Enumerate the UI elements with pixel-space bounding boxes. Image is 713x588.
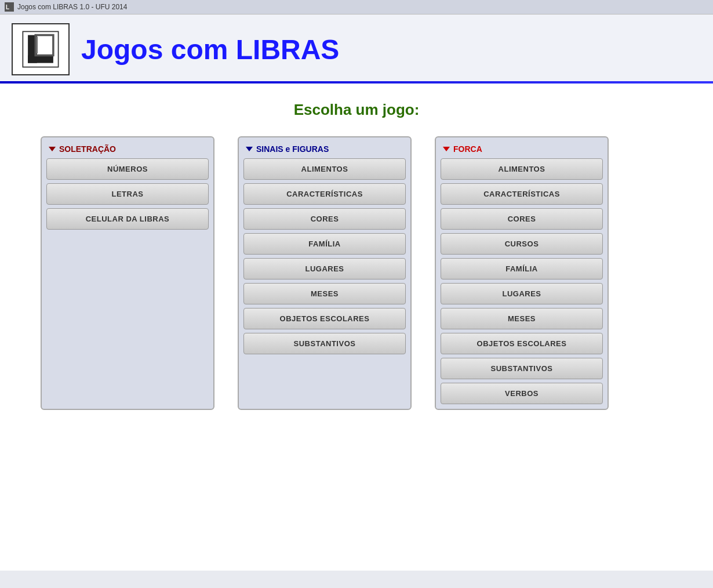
btn-soletração-numeros[interactable]: NÚMEROS: [46, 158, 209, 180]
group-sinais: SINAIS e FIGURAS ALIMENTOS CARACTERÍSTIC…: [238, 136, 412, 410]
btn-forca-verbos[interactable]: VERBOS: [441, 383, 603, 404]
btn-sinais-caracteristicas[interactable]: CARACTERÍSTICAS: [243, 183, 406, 205]
group-header-sinais: SINAIS e FIGURAS: [243, 142, 406, 158]
group-label-soletração: SOLETRAÇÃO: [59, 144, 116, 154]
btn-sinais-alimentos[interactable]: ALIMENTOS: [243, 158, 406, 180]
main-content: Escolha um jogo: SOLETRAÇÃO NÚMEROS LETR…: [0, 84, 713, 571]
group-soletração: SOLETRAÇÃO NÚMEROS LETRAS CELULAR DA LIB…: [41, 136, 214, 410]
btn-sinais-familia[interactable]: FAMÍLIA: [243, 233, 406, 255]
btn-forca-caracteristicas[interactable]: CARACTERÍSTICAS: [441, 183, 603, 205]
group-label-sinais: SINAIS e FIGURAS: [256, 144, 329, 154]
group-header-soletração: SOLETRAÇÃO: [46, 142, 209, 158]
app-title-text: Jogos com LIBRAS: [81, 34, 339, 65]
btn-forca-cursos[interactable]: CURSOS: [441, 233, 603, 255]
chevron-down-icon: [443, 147, 450, 151]
group-forca: FORCA ALIMENTOS CARACTERÍSTICAS CORES CU…: [435, 136, 609, 410]
btn-sinais-objetos[interactable]: OBJETOS ESCOLARES: [243, 308, 406, 329]
btn-sinais-cores[interactable]: CORES: [243, 208, 406, 230]
logo-svg: [20, 29, 61, 70]
btn-forca-familia[interactable]: FAMÍLIA: [441, 258, 603, 280]
app-icon: L: [5, 2, 14, 12]
app-title: Jogos com LIBRAS: [81, 34, 339, 66]
choose-label: Escolha um jogo:: [23, 101, 690, 119]
btn-forca-meses[interactable]: MESES: [441, 308, 603, 329]
title-bar: L Jogos com LIBRAS 1.0 - UFU 2014: [0, 0, 713, 14]
header: Jogos com LIBRAS: [0, 14, 713, 81]
btn-forca-cores[interactable]: CORES: [441, 208, 603, 230]
btn-forca-lugares[interactable]: LUGARES: [441, 283, 603, 304]
svg-rect-4: [28, 56, 53, 63]
chevron-down-icon: [246, 147, 253, 151]
logo-box: [12, 23, 70, 75]
btn-forca-substantivos[interactable]: SUBSTANTIVOS: [441, 358, 603, 379]
btn-sinais-meses[interactable]: MESES: [243, 283, 406, 304]
group-label-forca: FORCA: [453, 144, 482, 154]
btn-soletração-letras[interactable]: LETRAS: [46, 183, 209, 205]
btn-sinais-lugares[interactable]: LUGARES: [243, 258, 406, 280]
btn-soletração-celular[interactable]: CELULAR DA LIBRAS: [46, 208, 209, 230]
games-container: SOLETRAÇÃO NÚMEROS LETRAS CELULAR DA LIB…: [23, 136, 690, 410]
group-header-forca: FORCA: [441, 142, 603, 158]
btn-sinais-substantivos[interactable]: SUBSTANTIVOS: [243, 333, 406, 354]
title-bar-label: Jogos com LIBRAS 1.0 - UFU 2014: [17, 3, 127, 11]
svg-text:L: L: [6, 4, 9, 10]
btn-forca-alimentos[interactable]: ALIMENTOS: [441, 158, 603, 180]
btn-forca-objetos[interactable]: OBJETOS ESCOLARES: [441, 333, 603, 354]
chevron-down-icon: [49, 147, 56, 151]
